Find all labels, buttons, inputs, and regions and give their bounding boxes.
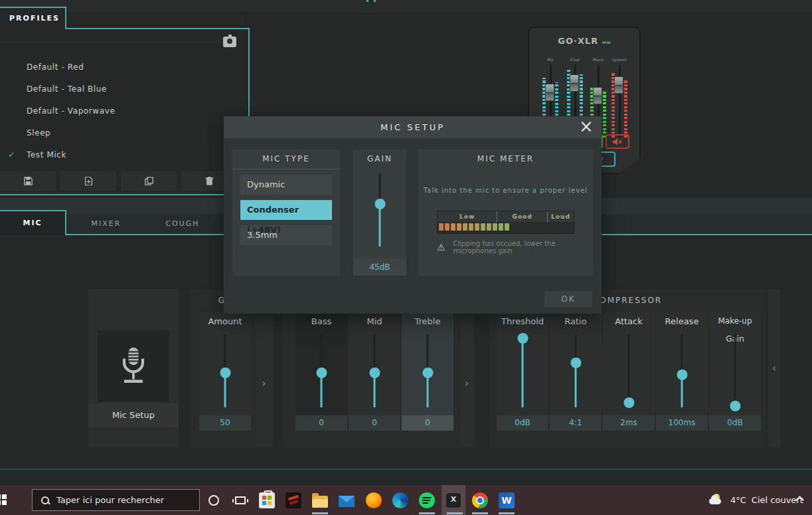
- tab-mixer[interactable]: MIXER: [66, 214, 146, 234]
- taskbar-app-explorer[interactable]: [307, 485, 333, 515]
- compressor-collapse-chevron[interactable]: ‹: [768, 289, 780, 447]
- taskbar-app-chrome[interactable]: [467, 485, 493, 515]
- mic-setup-card: Mic Setup: [88, 289, 179, 447]
- edge-icon: [392, 492, 408, 508]
- slider-thumb[interactable]: [570, 358, 581, 368]
- led-meter: [603, 91, 606, 138]
- eq-expand-chevron[interactable]: ›: [460, 319, 473, 447]
- slider-thumb[interactable]: [374, 199, 385, 209]
- tab-mic[interactable]: MIC: [0, 210, 66, 235]
- makeup-gain-slider[interactable]: [709, 330, 761, 415]
- fader-knob-mic: [545, 84, 554, 101]
- amount-value[interactable]: 50: [199, 415, 251, 431]
- copy-icon: [145, 177, 153, 185]
- window-top-mark: [366, 0, 368, 2]
- slider-thumb[interactable]: [730, 401, 740, 411]
- close-icon[interactable]: ×: [576, 116, 596, 138]
- game-app-icon: [285, 492, 301, 508]
- dialog-title: MIC SETUP: [224, 116, 602, 138]
- slider-thumb[interactable]: [623, 397, 634, 408]
- amount-slider[interactable]: [199, 330, 251, 415]
- slider-thumb[interactable]: [369, 367, 380, 378]
- slider-thumb[interactable]: [316, 367, 327, 378]
- ratio-value[interactable]: 4:1: [550, 415, 602, 431]
- slider-thumb[interactable]: [677, 369, 687, 380]
- profile-name: Test Mick: [27, 146, 66, 164]
- taskbar-app-goxlr-active[interactable]: X: [442, 485, 465, 515]
- tab-cough[interactable]: COUGH: [146, 214, 219, 234]
- search-icon: [41, 496, 50, 505]
- treble-value[interactable]: 0: [402, 415, 453, 431]
- slider-thumb[interactable]: [422, 367, 433, 378]
- meter-scale-loud: Loud: [548, 211, 574, 222]
- screenshot-camera-button[interactable]: [223, 37, 236, 47]
- save-profile-as-button[interactable]: [60, 171, 116, 191]
- windows-taskbar: X W 4°C Ciel couvert: [0, 485, 812, 515]
- profile-item[interactable]: Default - Red: [0, 58, 226, 76]
- copy-profile-button[interactable]: [121, 171, 177, 191]
- threshold-value[interactable]: 0dB: [497, 415, 548, 431]
- attack-value[interactable]: 2ms: [603, 415, 655, 431]
- mic-setup-icon-box[interactable]: [98, 330, 169, 402]
- profile-item[interactable]: Sleep: [0, 124, 226, 142]
- profiles-border: [0, 194, 250, 195]
- gate-expand-chevron[interactable]: ›: [256, 319, 272, 447]
- release-slider[interactable]: [656, 330, 708, 415]
- attack-slider[interactable]: [603, 330, 655, 415]
- makeup-gain-value[interactable]: 0dB: [709, 415, 761, 431]
- start-button[interactable]: [0, 494, 7, 505]
- slider-label: Bass: [295, 312, 347, 330]
- slider-label: Make-up Gain: [709, 312, 761, 330]
- save-as-icon: [84, 177, 93, 185]
- mic-type-option-35mm[interactable]: 3.5mm: [240, 225, 332, 245]
- profile-item[interactable]: Default - Vaporwave: [0, 102, 226, 120]
- window-top-strip: [0, 0, 812, 13]
- taskbar-app-mail[interactable]: [333, 485, 360, 515]
- taskbar-app-word[interactable]: W: [493, 485, 520, 515]
- profile-item[interactable]: Default - Teal Blue: [0, 80, 226, 98]
- threshold-slider[interactable]: [497, 330, 548, 415]
- profile-item-active[interactable]: ✓ Test Mick: [0, 146, 226, 164]
- spotify-icon: [419, 492, 435, 508]
- window-top-mark: [374, 0, 376, 2]
- save-profile-button[interactable]: [0, 171, 56, 191]
- gain-value[interactable]: 45dB: [353, 258, 406, 276]
- mic-type-option-dynamic[interactable]: Dynamic: [240, 175, 332, 195]
- taskbar-app-firefox[interactable]: [361, 485, 387, 515]
- mic-setup-button[interactable]: Mic Setup: [88, 403, 179, 427]
- gain-slider[interactable]: [353, 169, 406, 259]
- taskbar-app-game[interactable]: [280, 485, 307, 515]
- chrome-icon: [472, 492, 488, 508]
- cortana-button[interactable]: [201, 485, 227, 515]
- bass-value[interactable]: 0: [295, 415, 347, 431]
- goxlr-app-icon: X: [446, 493, 461, 508]
- task-view-button[interactable]: [227, 485, 254, 515]
- ok-button[interactable]: OK: [544, 291, 592, 307]
- taskbar-app-edge[interactable]: [387, 485, 414, 515]
- tab-profiles[interactable]: PROFILES: [0, 7, 66, 29]
- led-meter: [624, 80, 627, 138]
- taskbar-weather[interactable]: 4°C Ciel couvert: [709, 485, 803, 515]
- ratio-slider[interactable]: [550, 330, 602, 415]
- slider-thumb[interactable]: [517, 333, 528, 344]
- slider-label: Attack: [603, 312, 655, 330]
- search-input[interactable]: [56, 495, 183, 505]
- taskbar-app-store[interactable]: [254, 485, 280, 515]
- mic-type-option-condenser[interactable]: Condenser (+48V): [240, 200, 332, 220]
- mid-slider[interactable]: [349, 330, 400, 415]
- slider-thumb[interactable]: [220, 367, 230, 378]
- release-value[interactable]: 100ms: [656, 415, 708, 431]
- panel-divider: [246, 13, 246, 29]
- eq-bass-column: Bass 0: [295, 312, 347, 431]
- taskbar-app-spotify[interactable]: [414, 485, 440, 515]
- mid-value[interactable]: 0: [349, 415, 400, 431]
- fader-knob-system: [614, 76, 623, 94]
- profile-name: Default - Teal Blue: [27, 80, 107, 98]
- goxlr-app-window: PROFILES Default - Red Default - Teal Bl…: [0, 0, 812, 515]
- clipping-warning: ⚠ Clipping has occued, lower the microph…: [437, 240, 590, 255]
- channel-label-system: System: [609, 57, 629, 62]
- firefox-icon: [366, 492, 382, 508]
- bass-slider[interactable]: [295, 330, 347, 415]
- taskbar-search[interactable]: [32, 489, 200, 511]
- treble-slider[interactable]: [402, 330, 453, 415]
